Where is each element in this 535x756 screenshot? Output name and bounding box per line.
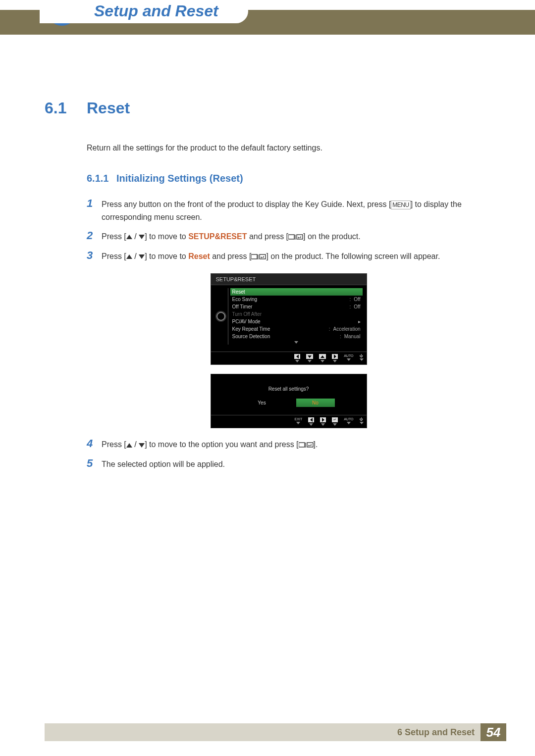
section-title: Reset [87, 99, 130, 117]
osd-confirm-yes: Yes [243, 399, 281, 407]
content: 6.1 Reset Return all the settings for th… [0, 35, 535, 471]
osd-confirm-question: Reset all settings? [211, 383, 367, 399]
osd-list: Reset Eco Saving:Off Off Timer:Off Turn … [228, 288, 363, 345]
osd-btn-up [319, 354, 326, 362]
step-text: Press [ / ] to move to the option you wa… [102, 438, 318, 451]
step-3: 3 Press [ / ] to move to Reset and press… [87, 249, 490, 263]
svg-rect-5 [260, 254, 266, 259]
svg-rect-2 [297, 235, 303, 239]
enter-source-icon [299, 442, 314, 448]
osd-btn-exit: EXIT [295, 417, 303, 426]
osd-btn-down [306, 354, 313, 362]
osd-btn-right [320, 417, 326, 426]
svg-rect-0 [288, 235, 294, 239]
step-5: 5 The selected option will be applied. [87, 457, 490, 471]
page-number: 54 [481, 723, 506, 741]
enter-source-icon [251, 254, 266, 260]
up-arrow-icon [126, 254, 132, 259]
osd-item-pc-av-mode: PC/AV Mode▸ [230, 318, 363, 325]
step-number: 3 [87, 249, 102, 262]
page-header: Setup and Reset [0, 10, 535, 35]
page-footer: 6 Setup and Reset 54 [45, 723, 506, 741]
osd-title: SETUP&RESET [211, 274, 367, 285]
enter-source-icon [288, 234, 303, 240]
osd-btn-auto: AUTO [344, 417, 353, 426]
osd-item-key-repeat: Key Repeat Time:Acceleration [230, 325, 363, 333]
keyword-reset: Reset [188, 252, 210, 260]
up-arrow-icon [126, 235, 132, 239]
up-arrow-icon [126, 443, 132, 448]
step-text: Press any button on the front of the pro… [102, 198, 490, 223]
subsection-number: 6.1.1 [87, 173, 116, 184]
step-1: 1 Press any button on the front of the p… [87, 197, 490, 223]
osd-btn-power: ⏻ [360, 417, 364, 426]
section-description: Return all the settings for the product … [87, 142, 490, 154]
osd2-footer: EXIT ↵ AUTO ⏻ [211, 415, 367, 428]
step-4: 4 Press [ / ] to move to the option you … [87, 437, 490, 451]
step-number: 4 [87, 437, 102, 450]
submenu-arrow-icon: ▸ [356, 319, 361, 324]
scroll-down-icon [230, 340, 363, 345]
step-number: 1 [87, 197, 102, 210]
subsection-heading: 6.1.1 Initializing Settings (Reset) [87, 173, 490, 184]
gear-icon [216, 312, 225, 321]
section-heading: 6.1 Reset [45, 99, 490, 117]
svg-rect-6 [299, 443, 305, 447]
osd-btn-auto: AUTO [344, 354, 353, 362]
osd-btn-power: ⏻ [360, 354, 364, 362]
power-icon: ⏻ [360, 417, 363, 421]
osd-category-icon [214, 288, 228, 345]
down-arrow-icon [139, 443, 145, 448]
down-arrow-icon [139, 254, 145, 259]
power-icon: ⏻ [360, 354, 363, 357]
step-number: 2 [87, 229, 102, 242]
osd-item-source-detection: Source Detection:Manual [230, 333, 363, 340]
osd-btn-left [308, 417, 314, 426]
osd-item-reset: Reset [230, 288, 363, 296]
svg-rect-3 [251, 254, 257, 259]
osd-item-turn-off-after: Turn Off After [230, 310, 363, 318]
osd-btn-left [294, 354, 300, 362]
osd-item-eco-saving: Eco Saving:Off [230, 296, 363, 303]
menu-key-icon: MENU [391, 201, 410, 209]
steps-list: 1 Press any button on the front of the p… [87, 197, 490, 471]
osd-screenshot-2: Reset all settings? Yes No EXIT ↵ AUTO ⏻ [211, 374, 367, 428]
osd-item-off-timer: Off Timer:Off [230, 303, 363, 310]
section-number: 6.1 [45, 99, 87, 117]
osd-confirm-no: No [296, 399, 335, 407]
step-text: Press [ / ] to move to SETUP&RESET and p… [102, 230, 361, 243]
down-arrow-icon [139, 235, 145, 239]
footer-chapter-title: 6 Setup and Reset [397, 727, 475, 738]
step-number: 5 [87, 457, 102, 470]
osd-btn-enter: ↵ [332, 417, 338, 426]
subsection-title: Initializing Settings (Reset) [116, 173, 243, 184]
osd-screenshot-1: SETUP&RESET Reset Eco Saving:Off Off Tim… [211, 273, 367, 428]
svg-rect-8 [307, 443, 313, 447]
step-2: 2 Press [ / ] to move to SETUP&RESET and… [87, 229, 490, 243]
page-title: Setup and Reset [94, 2, 218, 20]
title-bar: Setup and Reset [40, 0, 248, 23]
osd-footer: AUTO ⏻ [211, 352, 367, 364]
step-text: The selected option will be applied. [102, 458, 225, 471]
step-text: Press [ / ] to move to Reset and press [… [102, 250, 440, 263]
keyword-setup-reset: SETUP&RESET [188, 232, 247, 241]
osd-btn-right [332, 354, 338, 362]
